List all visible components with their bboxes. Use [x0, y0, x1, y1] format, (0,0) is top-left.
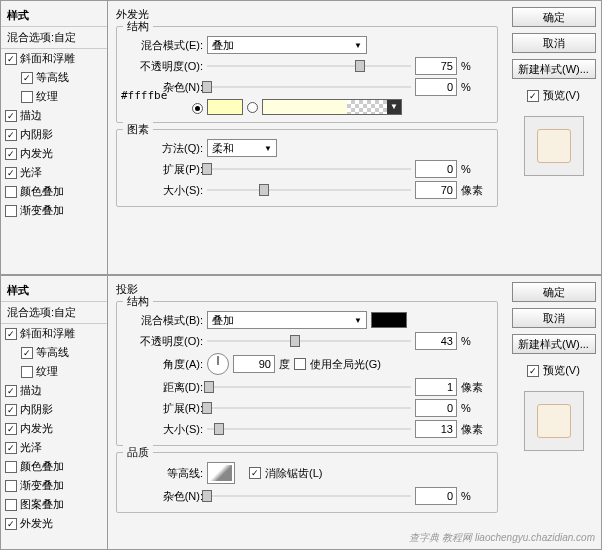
blend-options-row[interactable]: 混合选项:自定 — [1, 302, 107, 324]
contour-picker[interactable] — [207, 462, 235, 484]
angle-dial[interactable] — [207, 353, 229, 375]
sidebar-item-label: 外发光 — [20, 516, 53, 531]
global-light-checkbox[interactable] — [294, 358, 306, 370]
sidebar-item[interactable]: 斜面和浮雕 — [1, 49, 107, 68]
style-checkbox[interactable] — [21, 91, 33, 103]
sidebar-item[interactable]: 纹理 — [1, 362, 107, 381]
gradient-radio[interactable] — [247, 102, 258, 113]
style-checkbox[interactable] — [5, 110, 17, 122]
noise-input[interactable]: 0 — [415, 78, 457, 96]
method-select[interactable]: 柔和▼ — [207, 139, 277, 157]
cancel-button[interactable]: 取消 — [512, 308, 596, 328]
sidebar-item[interactable]: 纹理 — [1, 87, 107, 106]
sidebar-item[interactable]: 渐变叠加 — [1, 476, 107, 495]
preview-checkbox[interactable] — [527, 90, 539, 102]
size-slider[interactable] — [207, 183, 411, 197]
style-checkbox[interactable] — [21, 347, 33, 359]
opacity-slider[interactable] — [207, 334, 411, 348]
chevron-down-icon: ▼ — [264, 144, 272, 153]
blend-mode-select[interactable]: 叠加▼ — [207, 311, 367, 329]
chevron-down-icon: ▼ — [354, 316, 362, 325]
sidebar-item[interactable]: 光泽 — [1, 163, 107, 182]
color-swatch[interactable] — [207, 99, 243, 115]
sidebar-item[interactable]: 图案叠加 — [1, 495, 107, 514]
sidebar-item[interactable]: 内发光 — [1, 419, 107, 438]
antialias-label: 消除锯齿(L) — [265, 466, 322, 481]
blend-options-row[interactable]: 混合选项:自定 — [1, 27, 107, 49]
noise-slider[interactable] — [207, 489, 411, 503]
sidebar-item-label: 图案叠加 — [20, 497, 64, 512]
sidebar-item[interactable]: 描边 — [1, 381, 107, 400]
noise-slider[interactable] — [207, 80, 411, 94]
style-checkbox[interactable] — [5, 129, 17, 141]
sidebar-item[interactable]: 颜色叠加 — [1, 182, 107, 201]
antialias-checkbox[interactable] — [249, 467, 261, 479]
sidebar-item[interactable]: 内阴影 — [1, 125, 107, 144]
opacity-slider[interactable] — [207, 59, 411, 73]
sidebar-item[interactable]: 等高线 — [1, 343, 107, 362]
angle-label: 角度(A): — [125, 357, 203, 372]
elements-label: 图素 — [123, 122, 153, 137]
sidebar-item-label: 描边 — [20, 108, 42, 123]
angle-input[interactable]: 90 — [233, 355, 275, 373]
spread-label: 扩展(R): — [125, 401, 203, 416]
opacity-input[interactable]: 75 — [415, 57, 457, 75]
sidebar-item[interactable]: 内发光 — [1, 144, 107, 163]
distance-input[interactable]: 1 — [415, 378, 457, 396]
style-checkbox[interactable] — [5, 205, 17, 217]
size-input[interactable]: 13 — [415, 420, 457, 438]
style-checkbox[interactable] — [5, 461, 17, 473]
sidebar-item[interactable]: 光泽 — [1, 438, 107, 457]
opacity-input[interactable]: 43 — [415, 332, 457, 350]
style-checkbox[interactable] — [21, 366, 33, 378]
sidebar-item[interactable]: 内阴影 — [1, 400, 107, 419]
style-checkbox[interactable] — [5, 404, 17, 416]
style-checkbox[interactable] — [5, 499, 17, 511]
style-checkbox[interactable] — [5, 385, 17, 397]
ok-button[interactable]: 确定 — [512, 7, 596, 27]
spread-slider[interactable] — [207, 401, 411, 415]
sidebar-item-label: 斜面和浮雕 — [20, 51, 75, 66]
shadow-color-swatch[interactable] — [371, 312, 407, 328]
style-checkbox[interactable] — [5, 186, 17, 198]
size-input[interactable]: 70 — [415, 181, 457, 199]
sidebar-item-label: 渐变叠加 — [20, 203, 64, 218]
sidebar-item[interactable]: 斜面和浮雕 — [1, 324, 107, 343]
style-checkbox[interactable] — [5, 53, 17, 65]
style-checkbox[interactable] — [5, 423, 17, 435]
main-area: 投影 结构 混合模式(B): 叠加▼ 不透明度(O): 43 % 角度(A): … — [108, 276, 506, 549]
sidebar-item[interactable]: 描边 — [1, 106, 107, 125]
style-checkbox[interactable] — [21, 72, 33, 84]
sidebar-item-label: 斜面和浮雕 — [20, 326, 75, 341]
noise-input[interactable]: 0 — [415, 487, 457, 505]
style-checkbox[interactable] — [5, 328, 17, 340]
sidebar-item[interactable]: 渐变叠加 — [1, 201, 107, 220]
blend-mode-select[interactable]: 叠加▼ — [207, 36, 367, 54]
new-style-button[interactable]: 新建样式(W)... — [512, 59, 596, 79]
cancel-button[interactable]: 取消 — [512, 33, 596, 53]
style-checkbox[interactable] — [5, 167, 17, 179]
new-style-button[interactable]: 新建样式(W)... — [512, 334, 596, 354]
sidebar-item[interactable]: 外发光 — [1, 514, 107, 533]
style-checkbox[interactable] — [5, 148, 17, 160]
spread-input[interactable]: 0 — [415, 399, 457, 417]
sidebar-item[interactable]: 颜色叠加 — [1, 457, 107, 476]
structure-label: 结构 — [123, 19, 153, 34]
method-label: 方法(Q): — [125, 141, 203, 156]
style-checkbox[interactable] — [5, 518, 17, 530]
outer-glow-panel: 样式 混合选项:自定 斜面和浮雕等高线纹理描边内阴影内发光光泽颜色叠加渐变叠加 … — [0, 0, 602, 275]
style-checkbox[interactable] — [5, 442, 17, 454]
gradient-picker[interactable]: ▼ — [262, 99, 402, 115]
size-slider[interactable] — [207, 422, 411, 436]
size-label: 大小(S): — [125, 422, 203, 437]
sidebar-item-label: 描边 — [20, 383, 42, 398]
distance-slider[interactable] — [207, 380, 411, 394]
preview-checkbox[interactable] — [527, 365, 539, 377]
sidebar-item[interactable]: 等高线 — [1, 68, 107, 87]
color-radio[interactable] — [192, 103, 203, 114]
spread-slider[interactable] — [207, 162, 411, 176]
ok-button[interactable]: 确定 — [512, 282, 596, 302]
distance-label: 距离(D): — [125, 380, 203, 395]
style-checkbox[interactable] — [5, 480, 17, 492]
spread-input[interactable]: 0 — [415, 160, 457, 178]
